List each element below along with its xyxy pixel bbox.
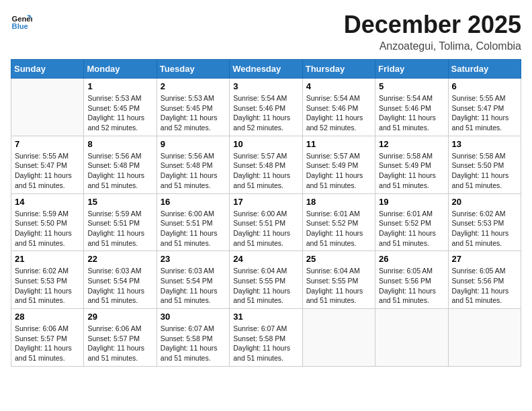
day-info: Sunrise: 6:00 AMSunset: 5:51 PMDaylight:…: [233, 209, 298, 248]
day-number: 24: [233, 254, 298, 264]
calendar-cell: 15Sunrise: 5:59 AMSunset: 5:51 PMDayligh…: [84, 193, 157, 251]
day-info: Sunrise: 6:03 AMSunset: 5:54 PMDaylight:…: [87, 266, 152, 306]
day-number: 27: [452, 254, 517, 264]
calendar-cell: 27Sunrise: 6:05 AMSunset: 5:56 PMDayligh…: [448, 251, 521, 309]
calendar-cell: [302, 309, 375, 367]
day-number: 1: [87, 81, 152, 91]
day-info: Sunrise: 5:56 AMSunset: 5:48 PMDaylight:…: [161, 151, 226, 191]
calendar-cell: 30Sunrise: 6:07 AMSunset: 5:58 PMDayligh…: [157, 309, 229, 367]
calendar-cell: 3Sunrise: 5:54 AMSunset: 5:46 PMDaylight…: [230, 79, 302, 136]
weekday-header-wednesday: Wednesday: [230, 60, 302, 79]
day-info: Sunrise: 6:06 AMSunset: 5:57 PMDaylight:…: [15, 324, 80, 363]
calendar-cell: 28Sunrise: 6:06 AMSunset: 5:57 PMDayligh…: [11, 309, 84, 367]
month-title: December 2025: [344, 11, 521, 39]
calendar-cell: 9Sunrise: 5:56 AMSunset: 5:48 PMDaylight…: [157, 136, 229, 193]
day-info: Sunrise: 5:58 AMSunset: 5:50 PMDaylight:…: [452, 151, 517, 191]
day-info: Sunrise: 6:02 AMSunset: 5:53 PMDaylight:…: [452, 209, 517, 248]
calendar-week-5: 28Sunrise: 6:06 AMSunset: 5:57 PMDayligh…: [11, 309, 521, 367]
day-number: 14: [15, 197, 80, 207]
day-info: Sunrise: 5:54 AMSunset: 5:46 PMDaylight:…: [233, 93, 298, 133]
calendar-cell: 4Sunrise: 5:54 AMSunset: 5:46 PMDaylight…: [302, 79, 375, 136]
calendar-cell: 31Sunrise: 6:07 AMSunset: 5:58 PMDayligh…: [230, 309, 302, 367]
day-number: 30: [161, 312, 226, 322]
calendar-cell: 2Sunrise: 5:53 AMSunset: 5:45 PMDaylight…: [157, 79, 229, 136]
day-number: 7: [15, 139, 80, 149]
calendar-cell: 20Sunrise: 6:02 AMSunset: 5:53 PMDayligh…: [448, 193, 521, 251]
weekday-header-row: SundayMondayTuesdayWednesdayThursdayFrid…: [11, 60, 521, 79]
day-info: Sunrise: 5:57 AMSunset: 5:49 PMDaylight:…: [306, 151, 371, 191]
calendar-cell: 12Sunrise: 5:58 AMSunset: 5:49 PMDayligh…: [375, 136, 448, 193]
calendar-cell: 6Sunrise: 5:55 AMSunset: 5:47 PMDaylight…: [448, 79, 521, 136]
weekday-header-sunday: Sunday: [11, 60, 84, 79]
day-number: 17: [233, 197, 298, 207]
calendar-cell: 11Sunrise: 5:57 AMSunset: 5:49 PMDayligh…: [302, 136, 375, 193]
day-info: Sunrise: 6:03 AMSunset: 5:54 PMDaylight:…: [161, 266, 226, 306]
weekday-header-thursday: Thursday: [302, 60, 375, 79]
day-number: 11: [306, 139, 371, 149]
day-info: Sunrise: 6:07 AMSunset: 5:58 PMDaylight:…: [161, 324, 226, 363]
subtitle: Anzoategui, Tolima, Colombia: [344, 40, 521, 52]
day-number: 4: [306, 81, 371, 91]
day-number: 19: [379, 197, 444, 207]
day-number: 10: [233, 139, 298, 149]
title-section: December 2025 Anzoategui, Tolima, Colomb…: [344, 11, 521, 52]
day-info: Sunrise: 6:05 AMSunset: 5:56 PMDaylight:…: [452, 266, 517, 306]
day-number: 2: [161, 81, 226, 91]
calendar-cell: 21Sunrise: 6:02 AMSunset: 5:53 PMDayligh…: [11, 251, 84, 309]
calendar-cell: 26Sunrise: 6:05 AMSunset: 5:56 PMDayligh…: [375, 251, 448, 309]
day-number: 23: [161, 254, 226, 264]
calendar-cell: 22Sunrise: 6:03 AMSunset: 5:54 PMDayligh…: [84, 251, 157, 309]
day-info: Sunrise: 5:59 AMSunset: 5:51 PMDaylight:…: [87, 209, 152, 248]
calendar-cell: [448, 309, 521, 367]
day-number: 20: [452, 197, 517, 207]
day-info: Sunrise: 5:56 AMSunset: 5:48 PMDaylight:…: [87, 151, 152, 191]
weekday-header-tuesday: Tuesday: [157, 60, 229, 79]
calendar-cell: 8Sunrise: 5:56 AMSunset: 5:48 PMDaylight…: [84, 136, 157, 193]
day-number: 12: [379, 139, 444, 149]
day-number: 16: [161, 197, 226, 207]
day-number: 8: [87, 139, 152, 149]
day-info: Sunrise: 6:06 AMSunset: 5:57 PMDaylight:…: [87, 324, 152, 363]
weekday-header-monday: Monday: [84, 60, 157, 79]
day-number: 6: [452, 81, 517, 91]
day-number: 28: [15, 312, 80, 322]
calendar-week-2: 7Sunrise: 5:55 AMSunset: 5:47 PMDaylight…: [11, 136, 521, 193]
calendar-cell: 23Sunrise: 6:03 AMSunset: 5:54 PMDayligh…: [157, 251, 229, 309]
day-info: Sunrise: 5:54 AMSunset: 5:46 PMDaylight:…: [306, 93, 371, 133]
day-info: Sunrise: 6:07 AMSunset: 5:58 PMDaylight:…: [233, 324, 298, 363]
day-info: Sunrise: 6:01 AMSunset: 5:52 PMDaylight:…: [379, 209, 444, 248]
day-number: 21: [15, 254, 80, 264]
calendar-cell: [375, 309, 448, 367]
calendar-cell: 18Sunrise: 6:01 AMSunset: 5:52 PMDayligh…: [302, 193, 375, 251]
day-info: Sunrise: 5:53 AMSunset: 5:45 PMDaylight:…: [161, 93, 226, 133]
calendar-cell: 29Sunrise: 6:06 AMSunset: 5:57 PMDayligh…: [84, 309, 157, 367]
svg-text:Blue: Blue: [12, 22, 28, 30]
calendar-week-3: 14Sunrise: 5:59 AMSunset: 5:50 PMDayligh…: [11, 193, 521, 251]
day-info: Sunrise: 5:55 AMSunset: 5:47 PMDaylight:…: [15, 151, 80, 191]
day-info: Sunrise: 5:55 AMSunset: 5:47 PMDaylight:…: [452, 93, 517, 133]
calendar-cell: 7Sunrise: 5:55 AMSunset: 5:47 PMDaylight…: [11, 136, 84, 193]
day-number: 3: [233, 81, 298, 91]
calendar-cell: 13Sunrise: 5:58 AMSunset: 5:50 PMDayligh…: [448, 136, 521, 193]
calendar-cell: 17Sunrise: 6:00 AMSunset: 5:51 PMDayligh…: [230, 193, 302, 251]
day-info: Sunrise: 6:00 AMSunset: 5:51 PMDaylight:…: [161, 209, 226, 248]
day-number: 26: [379, 254, 444, 264]
day-info: Sunrise: 6:04 AMSunset: 5:55 PMDaylight:…: [306, 266, 371, 306]
day-info: Sunrise: 6:04 AMSunset: 5:55 PMDaylight:…: [233, 266, 298, 306]
day-info: Sunrise: 6:01 AMSunset: 5:52 PMDaylight:…: [306, 209, 371, 248]
day-number: 13: [452, 139, 517, 149]
calendar-cell: 5Sunrise: 5:54 AMSunset: 5:46 PMDaylight…: [375, 79, 448, 136]
calendar-cell: 19Sunrise: 6:01 AMSunset: 5:52 PMDayligh…: [375, 193, 448, 251]
weekday-header-saturday: Saturday: [448, 60, 521, 79]
calendar-week-4: 21Sunrise: 6:02 AMSunset: 5:53 PMDayligh…: [11, 251, 521, 309]
day-number: 22: [87, 254, 152, 264]
day-number: 18: [306, 197, 371, 207]
day-info: Sunrise: 5:58 AMSunset: 5:49 PMDaylight:…: [379, 151, 444, 191]
calendar-week-1: 1Sunrise: 5:53 AMSunset: 5:45 PMDaylight…: [11, 79, 521, 136]
calendar-cell: 10Sunrise: 5:57 AMSunset: 5:48 PMDayligh…: [230, 136, 302, 193]
day-info: Sunrise: 6:02 AMSunset: 5:53 PMDaylight:…: [15, 266, 80, 306]
day-info: Sunrise: 5:57 AMSunset: 5:48 PMDaylight:…: [233, 151, 298, 191]
day-info: Sunrise: 5:53 AMSunset: 5:45 PMDaylight:…: [87, 93, 152, 133]
day-number: 5: [379, 81, 444, 91]
day-info: Sunrise: 6:05 AMSunset: 5:56 PMDaylight:…: [379, 266, 444, 306]
